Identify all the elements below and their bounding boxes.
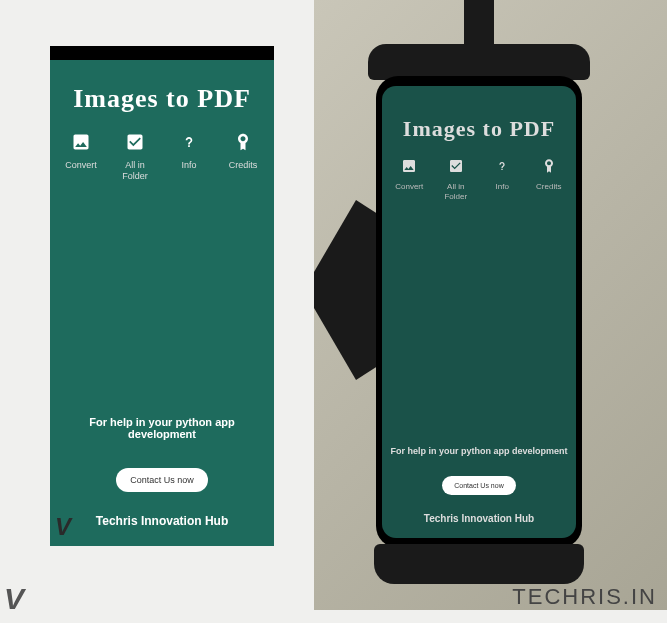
- logo-corner-icon: V: [55, 513, 71, 541]
- contact-button[interactable]: Contact Us now: [116, 468, 208, 492]
- app-title: Images to PDF: [388, 116, 570, 142]
- checkbox-icon: [448, 158, 464, 174]
- status-bar: [50, 46, 274, 60]
- nav-label: Convert: [65, 160, 97, 171]
- mount-arm: [314, 200, 384, 380]
- nav-label: All in Folder: [122, 160, 148, 182]
- nav-label: Info: [181, 160, 196, 171]
- holder-bottom: [374, 544, 584, 584]
- help-text: For help in your python app development: [390, 446, 568, 456]
- nav-label: Info: [496, 182, 509, 192]
- nav-row: Convert All in Folder Info Credits: [382, 150, 576, 205]
- app-title: Images to PDF: [58, 84, 266, 114]
- badge-icon: [541, 158, 557, 174]
- logo-outer-icon: V: [4, 582, 24, 616]
- contact-button[interactable]: Contact Us now: [442, 476, 515, 495]
- nav-label: Credits: [536, 182, 561, 192]
- phone-screen: Images to PDF Convert All in Folder Info…: [382, 86, 576, 538]
- company-name: Techris Innovation Hub: [382, 513, 576, 524]
- checkbox-icon: [125, 132, 145, 152]
- company-name: Techris Innovation Hub: [50, 514, 274, 528]
- nav-credits[interactable]: Credits: [216, 132, 270, 182]
- phone-body: Images to PDF Convert All in Folder Info…: [376, 76, 582, 548]
- nav-all-folder[interactable]: All in Folder: [433, 158, 480, 201]
- question-icon: [179, 132, 199, 152]
- nav-all-folder[interactable]: All in Folder: [108, 132, 162, 182]
- holder-top: [368, 44, 590, 80]
- nav-label: Credits: [229, 160, 258, 171]
- site-url: TECHRIS.IN: [512, 584, 657, 610]
- image-icon: [401, 158, 417, 174]
- spacer: [382, 205, 576, 446]
- nav-convert[interactable]: Convert: [54, 132, 108, 182]
- nav-label: All in Folder: [444, 182, 467, 201]
- help-text: For help in your python app development: [58, 416, 266, 440]
- nav-info[interactable]: Info: [479, 158, 526, 201]
- nav-convert[interactable]: Convert: [386, 158, 433, 201]
- question-icon: [494, 158, 510, 174]
- nav-credits[interactable]: Credits: [526, 158, 573, 201]
- spacer: [50, 186, 274, 416]
- nav-label: Convert: [395, 182, 423, 192]
- nav-row: Convert All in Folder Info Credits: [50, 124, 274, 186]
- app-screenshot-left: Images to PDF Convert All in Folder Info…: [50, 46, 274, 546]
- image-icon: [71, 132, 91, 152]
- phone-photo: Images to PDF Convert All in Folder Info…: [314, 0, 667, 610]
- badge-icon: [233, 132, 253, 152]
- nav-info[interactable]: Info: [162, 132, 216, 182]
